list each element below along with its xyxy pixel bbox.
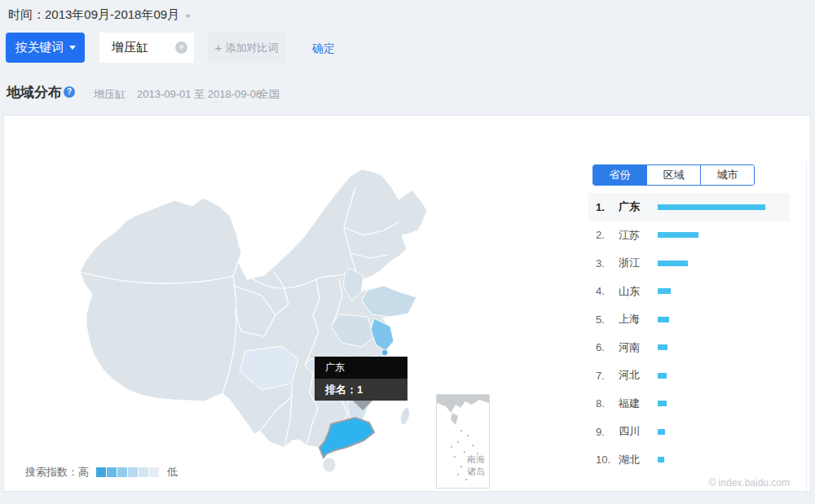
- map-tooltip: 广东 排名：1: [315, 357, 408, 401]
- rank-number: 1.: [596, 201, 615, 213]
- ranking-row[interactable]: 10.湖北: [588, 446, 790, 475]
- rank-number: 6.: [596, 341, 615, 353]
- province-shanghai[interactable]: [381, 349, 388, 356]
- index-bar: [658, 288, 671, 294]
- add-compare-button[interactable]: + 添加对比词: [208, 33, 285, 63]
- tooltip-region-name: 广东: [315, 357, 408, 379]
- ranking-row[interactable]: 2.江苏: [588, 221, 790, 250]
- rank-number: 2.: [596, 229, 615, 241]
- panel-divider: [806, 160, 807, 504]
- tooltip-rank: 排名：1: [315, 379, 408, 401]
- hainan-island: [323, 458, 336, 472]
- index-bar: [658, 204, 765, 210]
- ranking-row[interactable]: 6.河南: [588, 334, 790, 362]
- help-icon[interactable]: ?: [64, 86, 75, 98]
- keyword-mode-button[interactable]: 按关键词: [6, 33, 85, 63]
- index-bar: [658, 344, 667, 350]
- ranking-list: 1.广东2.江苏3.浙江4.山东5.上海6.河南7.河北8.福建9.四川10.湖…: [588, 193, 790, 474]
- rank-number: 9.: [596, 426, 615, 438]
- index-bar: [658, 261, 688, 266]
- ranking-row[interactable]: 5.上海: [588, 305, 790, 334]
- province-name: 山东: [619, 284, 654, 299]
- province-name: 湖北: [619, 453, 654, 467]
- add-compare-label: 添加对比词: [225, 41, 278, 55]
- tab-区域[interactable]: 区域: [646, 165, 700, 185]
- copyright-label: © index.baidu.com: [640, 477, 790, 489]
- rank-number: 8.: [596, 397, 615, 410]
- rank-number: 10.: [596, 454, 615, 466]
- chevron-right-icon: ▸: [187, 11, 191, 20]
- taiwan-island: [399, 406, 411, 426]
- tooltip-pointer-icon: [353, 401, 372, 410]
- geo-distribution-panel: 广东 排名：1 搜索指数：高 低 南: [3, 115, 811, 492]
- legend-swatch: [117, 467, 127, 477]
- caret-down-icon: [69, 46, 76, 50]
- inset-label: 南海 诸岛: [467, 454, 485, 478]
- time-range-row[interactable]: 时间：2013年09月-2018年09月 ▸: [8, 7, 191, 23]
- ranking-row[interactable]: 4.山东: [588, 278, 790, 306]
- section-scope: 全国: [258, 87, 280, 102]
- plus-circle-icon[interactable]: +: [175, 42, 187, 54]
- tab-城市[interactable]: 城市: [700, 165, 754, 185]
- section-date-range: 2013-09-01 至 2018-09-06: [137, 87, 262, 102]
- confirm-link[interactable]: 确定: [312, 42, 335, 56]
- province-name: 河南: [619, 340, 654, 355]
- legend-swatch: [96, 467, 106, 477]
- ranking-row[interactable]: 7.河北: [588, 362, 790, 390]
- province-name: 广东: [619, 199, 654, 214]
- rank-number: 7.: [596, 370, 615, 382]
- legend-swatch: [139, 467, 148, 477]
- legend-low-label: 低: [167, 465, 178, 480]
- ranking-row[interactable]: 1.广东: [588, 193, 790, 221]
- province-name: 福建: [619, 397, 654, 411]
- baidu-index-geo-page: 时间：2013年09月-2018年09月 ▸ 按关键词 + + 添加对比词 确定…: [0, 0, 815, 504]
- tab-省份[interactable]: 省份: [593, 165, 646, 185]
- legend-swatch: [107, 467, 117, 477]
- plus-icon: +: [215, 41, 222, 55]
- ranking-row[interactable]: 8.福建: [588, 390, 790, 419]
- index-bar: [658, 429, 665, 435]
- province-name: 河北: [619, 368, 654, 383]
- geo-tabs: 省份区域城市: [593, 164, 755, 186]
- legend-swatches: [96, 467, 160, 477]
- index-bar: [658, 401, 667, 406]
- time-range-label: 时间：2013年09月-2018年09月: [8, 7, 179, 23]
- keyword-input[interactable]: [112, 41, 175, 55]
- rank-number: 3.: [596, 257, 615, 270]
- index-bar: [658, 317, 669, 322]
- rank-number: 4.: [596, 285, 615, 297]
- ranking-row[interactable]: 9.四川: [588, 418, 790, 446]
- keyword-input-box: +: [99, 33, 194, 63]
- section-title: 地域分布: [7, 83, 62, 102]
- province-name: 浙江: [619, 256, 654, 270]
- province-name: 上海: [619, 312, 654, 327]
- south-china-sea-inset: 南海 诸岛: [436, 394, 490, 489]
- legend-swatch: [128, 467, 138, 477]
- index-bar: [658, 373, 667, 379]
- rank-number: 5.: [596, 313, 615, 326]
- keyword-mode-label: 按关键词: [15, 40, 64, 55]
- index-bar: [658, 457, 664, 462]
- legend-label: 搜索指数：高: [25, 465, 89, 480]
- province-name: 江苏: [619, 228, 654, 243]
- province-name: 四川: [619, 424, 654, 439]
- section-keyword: 增压缸: [94, 87, 126, 102]
- index-bar: [658, 232, 698, 238]
- legend-swatch: [149, 467, 159, 477]
- ranking-row[interactable]: 3.浙江: [588, 249, 790, 278]
- province-shandong[interactable]: [362, 286, 416, 317]
- map-legend: 搜索指数：高 低: [25, 465, 178, 480]
